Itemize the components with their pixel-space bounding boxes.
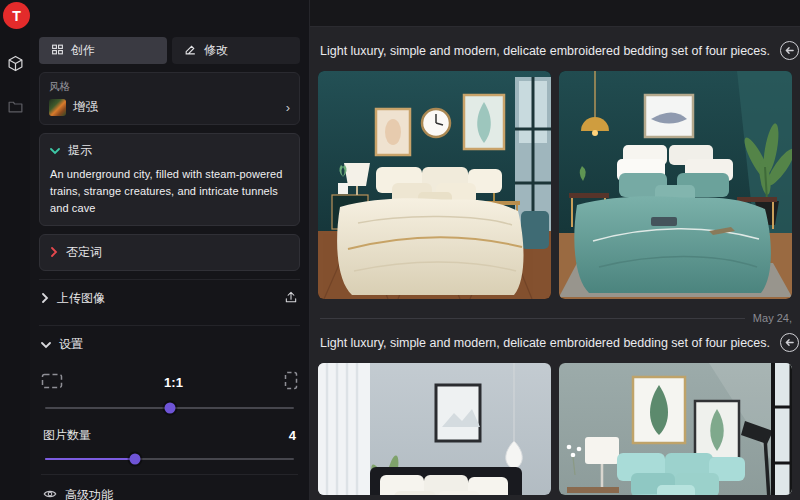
prompt-label: 提示 — [68, 142, 92, 159]
gallery-main: Light luxury, simple and modern, delicat… — [310, 0, 800, 500]
tab-create[interactable]: 创作 — [39, 37, 167, 64]
chevron-down-icon — [50, 144, 60, 158]
generation-caption: Light luxury, simple and modern, delicat… — [320, 44, 770, 58]
aspect-ratio-slider[interactable] — [45, 407, 294, 409]
portrait-ratio-icon — [284, 371, 298, 393]
prompt-input[interactable]: An underground city, filled with steam-p… — [50, 166, 289, 217]
folder-icon[interactable] — [7, 98, 24, 119]
style-value: 增强 — [73, 99, 279, 116]
aspect-ratio-value: 1:1 — [63, 375, 284, 390]
count-slider-fill — [45, 458, 135, 460]
prompt-box[interactable]: 提示 An underground city, filled with stea… — [39, 133, 300, 226]
gallery-content[interactable]: Light luxury, simple and modern, delicat… — [310, 27, 800, 495]
gallery-topbar — [310, 0, 800, 27]
eye-icon — [43, 488, 57, 500]
generation-panel: 创作 修改 风格 增强 › 提示 An underground city, fi… — [30, 0, 310, 500]
date-divider-line — [320, 318, 745, 319]
date-divider-label: May 24, — [745, 312, 792, 324]
settings-block: 1:1 图片数量 4 高级功能 — [39, 359, 300, 500]
count-slider-thumb[interactable] — [129, 454, 140, 465]
generated-image[interactable] — [559, 71, 792, 299]
image-count-slider[interactable] — [45, 458, 294, 460]
edit-icon — [184, 43, 197, 59]
reuse-prompt-icon[interactable] — [780, 333, 799, 352]
generated-image[interactable] — [318, 363, 551, 495]
tab-modify-label: 修改 — [204, 42, 228, 59]
tab-create-label: 创作 — [71, 42, 95, 59]
generated-image[interactable] — [318, 71, 551, 299]
advanced-features-label: 高级功能 — [65, 487, 113, 500]
style-section[interactable]: 风格 增强 › — [39, 72, 300, 125]
landscape-ratio-icon — [41, 373, 63, 392]
app-rail: T — [0, 0, 30, 500]
advanced-features-row[interactable]: 高级功能 — [41, 474, 298, 500]
app-logo[interactable]: T — [3, 2, 30, 29]
generated-image[interactable] — [559, 363, 792, 495]
aspect-slider-thumb[interactable] — [164, 403, 175, 414]
mode-tabs: 创作 修改 — [39, 37, 300, 64]
image-count-label: 图片数量 — [43, 427, 289, 444]
settings-header[interactable]: 设置 — [39, 325, 300, 359]
negative-box[interactable]: 否定词 — [39, 234, 300, 271]
upload-label: 上传图像 — [57, 290, 276, 307]
chevron-down-icon — [41, 338, 51, 352]
upload-row[interactable]: 上传图像 — [39, 279, 300, 317]
image-count-value: 4 — [289, 428, 296, 443]
chevron-right-icon — [50, 246, 58, 260]
chevron-right-icon — [41, 292, 49, 306]
generation-caption: Light luxury, simple and modern, delicat… — [320, 336, 770, 350]
upload-icon[interactable] — [284, 290, 298, 307]
tab-modify[interactable]: 修改 — [172, 37, 300, 64]
negative-label: 否定词 — [66, 244, 102, 261]
grid-icon — [51, 43, 64, 59]
reuse-prompt-icon[interactable] — [780, 41, 799, 60]
chevron-right-icon: › — [286, 100, 290, 115]
style-label: 风格 — [49, 80, 290, 94]
settings-label: 设置 — [59, 336, 298, 353]
assets-cube-icon[interactable] — [7, 55, 24, 76]
style-thumbnail — [49, 99, 66, 116]
